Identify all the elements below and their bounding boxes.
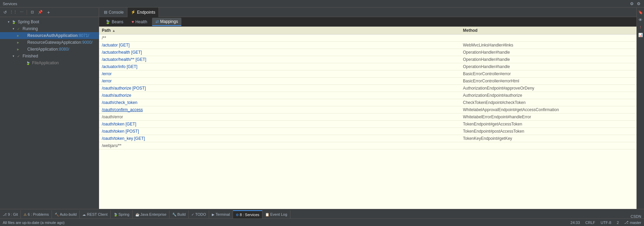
play-icon: ▶: [16, 34, 20, 37]
add-button[interactable]: +: [45, 9, 52, 16]
bottom-tab-terminal[interactable]: ▶ Terminal: [209, 210, 233, 218]
services-panel: ↺ ⋮⋮ ⋯ ⊡ 📌 + ▾ 🍃 Spring Boot ▾ ✓: [0, 8, 99, 209]
console-icon: ▤: [104, 10, 107, 14]
bottom-tab-todo[interactable]: ✓ TODO: [189, 210, 209, 218]
bottom-tab-java-enterprise[interactable]: ☕ Java Enterprise: [133, 210, 169, 218]
todo-icon: ✓: [191, 213, 194, 216]
terminal-icon: ▶: [212, 213, 215, 216]
cell-path[interactable]: /oauth/token [POST]: [102, 129, 463, 134]
main-tab-bar: ▤ Console ⚡ Endpoints: [99, 8, 636, 17]
path-column-header[interactable]: Path ▲: [102, 28, 463, 33]
sub-tab-bar: 🍃 Beans ♥ Health ⇄ Mappings: [99, 17, 636, 27]
table-row: /actuator/health/** [GET] OperationHandl…: [99, 56, 636, 63]
bottom-tab-git[interactable]: ⎇ 9: Git: [0, 210, 21, 218]
status-branch[interactable]: ⎇ master: [624, 220, 641, 225]
expand-all-button[interactable]: ⋮⋮: [10, 9, 17, 16]
table-row: /oauth/authorize [POST] AuthorizationEnd…: [99, 85, 636, 92]
sub-tab-health[interactable]: ♥ Health: [128, 18, 151, 26]
sub-tab-mappings[interactable]: ⇄ Mappings: [152, 18, 181, 26]
bottom-tab-problems[interactable]: ⚠ 6: Problems: [21, 210, 52, 218]
cell-path[interactable]: /actuator/health/** [GET]: [102, 57, 463, 62]
chevron-down-icon: ▾: [11, 27, 16, 30]
table-row: /**: [99, 35, 636, 42]
java-icon: ☕: [135, 213, 139, 216]
status-indent[interactable]: 2: [617, 221, 619, 225]
cell-method: TokenEndpoint#getAccessToken: [463, 122, 634, 127]
tree-label: Running: [23, 26, 38, 31]
bottom-tab-spring[interactable]: 🍃 Spring: [111, 210, 133, 218]
bottom-tab-build[interactable]: 🔧 Build: [169, 210, 189, 218]
cell-method: WebMvcLinksHandler#links: [463, 43, 634, 48]
gear-icon[interactable]: ⚙: [636, 1, 641, 6]
services-toolbar: ↺ ⋮⋮ ⋯ ⊡ 📌 +: [0, 8, 99, 17]
cell-path[interactable]: /oauth/authorize [POST]: [102, 86, 463, 91]
status-line-col[interactable]: 24:33: [571, 221, 580, 225]
status-line-ending[interactable]: CRLF: [585, 221, 595, 225]
cell-path[interactable]: /error: [102, 71, 463, 76]
cell-method: AuthorizationEndpoint#approveOrDeny: [463, 86, 634, 91]
tree-item-spring-boot[interactable]: ▾ 🍃 Spring Boot: [0, 18, 99, 25]
cell-path[interactable]: /oauth/confirm_access: [102, 107, 463, 112]
tab-endpoints[interactable]: ⚡ Endpoints: [127, 8, 159, 17]
cell-path: /webjars/**: [102, 143, 463, 148]
tree-label-port: :9000/: [81, 40, 92, 45]
running-icon: ✓: [16, 26, 21, 31]
bottom-tab-rest-client[interactable]: ☁ REST Client: [80, 210, 110, 218]
eye-icon[interactable]: 👁: [637, 16, 644, 23]
cell-method: WhitelabelApprovalEndpoint#getAccessConf…: [463, 107, 634, 112]
table-row: /oauth/token_key [GET] TokenKeyEndpoint#…: [99, 135, 636, 142]
refresh-button[interactable]: ↺: [1, 9, 9, 16]
cell-method: OperationHandler#handle: [463, 64, 634, 69]
filter-button[interactable]: ⊡: [28, 9, 36, 16]
notification-icon[interactable]: !: [637, 24, 644, 31]
cell-path[interactable]: /actuator/info [GET]: [102, 64, 463, 69]
app-icon: [20, 33, 26, 38]
right-side-icons: 🔖 👁 ! 📊: [636, 8, 644, 209]
cell-path[interactable]: /oauth/token [GET]: [102, 122, 463, 127]
branch-icon: ⎇: [624, 220, 629, 225]
tree-item-client-app[interactable]: ▶ ClientApplication :8080/: [0, 46, 99, 53]
bottom-tab-event-log[interactable]: 📋 Event Log: [262, 210, 290, 218]
status-encoding[interactable]: UTF-8: [601, 221, 611, 225]
cell-path[interactable]: /oauth/token_key [GET]: [102, 136, 463, 141]
tree-item-finished[interactable]: ▾ ✓ Finished: [0, 53, 99, 59]
cell-path[interactable]: /oauth/authorize: [102, 93, 463, 98]
csdn-label: CSDN: [628, 214, 644, 218]
health-icon: ♥: [132, 19, 134, 24]
status-bar: All files are up-to-date (a minute ago) …: [0, 218, 644, 226]
table-row: /error BasicErrorController#error: [99, 70, 636, 78]
table-row: /oauth/token [POST] TokenEndpoint#postAc…: [99, 128, 636, 135]
tree-label-app: ResourceGatewayApplication: [27, 40, 81, 45]
cell-path[interactable]: /actuator [GET]: [102, 43, 463, 48]
tab-console[interactable]: ▤ Console: [100, 8, 127, 17]
log-icon: 📋: [265, 213, 269, 216]
right-panel: ▤ Console ⚡ Endpoints 🍃 Beans ♥ Health ⇄…: [99, 8, 636, 209]
bottom-tab-services[interactable]: ⚙ 8: Services: [233, 210, 262, 218]
cell-path[interactable]: /actuator/health [GET]: [102, 50, 463, 55]
cell-method: TokenKeyEndpoint#getKey: [463, 136, 634, 141]
tree-label: Spring Boot: [18, 19, 39, 24]
bottom-tab-auto-build[interactable]: 🔨 Auto-build: [52, 210, 80, 218]
tree-label-app: FileApplication: [32, 61, 59, 65]
pin-button[interactable]: 📌: [37, 9, 44, 16]
services-icon: ⚙: [236, 213, 239, 217]
app-icon: [20, 40, 26, 45]
table-row: /oauth/token [GET] TokenEndpoint#getAcce…: [99, 121, 636, 128]
tree-item-resource-gateway[interactable]: ▶ ResourceGatewayApplication :9000/: [0, 39, 99, 46]
tree-item-file-app[interactable]: 🍃 FileApplication: [0, 59, 99, 66]
table-row: /oauth/confirm_access WhitelabelApproval…: [99, 106, 636, 114]
settings-icon[interactable]: ⚙: [629, 1, 634, 6]
app-icon: 🍃: [25, 60, 31, 66]
cell-path[interactable]: /error: [102, 79, 463, 83]
cell-path: /oauth/error: [102, 115, 463, 119]
chart-icon[interactable]: 📊: [637, 31, 644, 38]
cell-method: AuthorizationEndpoint#authorize: [463, 93, 634, 98]
tree-item-resource-auth[interactable]: ▶ ResourceAuthApplication :8071/: [0, 32, 99, 39]
cell-path[interactable]: /oauth/check_token: [102, 100, 463, 105]
bookmark-icon[interactable]: 🔖: [637, 9, 644, 16]
cell-method: OperationHandler#handle: [463, 57, 634, 62]
collapse-all-button[interactable]: ⋯: [18, 9, 25, 16]
sub-tab-beans[interactable]: 🍃 Beans: [102, 18, 127, 26]
warning-icon: ⚠: [24, 213, 27, 216]
tree-item-running[interactable]: ▾ ✓ Running: [0, 25, 99, 32]
